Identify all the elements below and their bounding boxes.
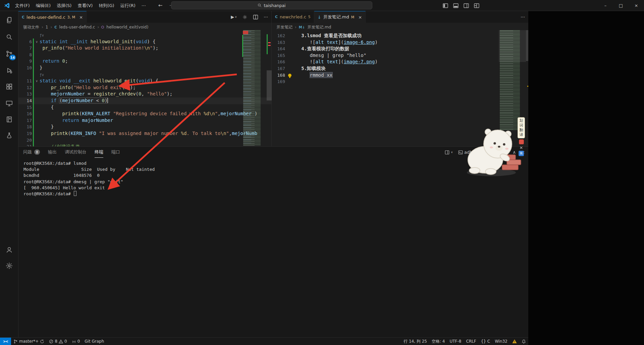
code-line[interactable]: 165 dmesg | grep "hello" [272, 52, 528, 59]
toggle-panel-icon[interactable] [453, 3, 459, 8]
panel-tab-output[interactable]: 输出 [48, 147, 57, 158]
code-line[interactable]: 11∨static void __exit helloworld_exit(vo… [18, 78, 271, 84]
menu-view[interactable]: 查看(V) [74, 0, 96, 11]
window-close-button[interactable]: × [629, 0, 644, 11]
git-graph-button[interactable]: Git Graph [82, 338, 106, 345]
bell-icon[interactable] [519, 338, 528, 345]
eol-setting[interactable]: CRLF [464, 338, 478, 345]
window-maximize-button[interactable]: □ [613, 0, 629, 11]
code-line[interactable]: 169 [272, 78, 528, 85]
code-editor-left[interactable]: ƒ∨6∨static int __init helloworld_init(vo… [18, 32, 271, 146]
code-line[interactable]: 12 pr_info("Hello world exit\n"); [18, 84, 271, 91]
code-line[interactable]: 20 [18, 137, 271, 144]
source-control-icon[interactable]: 14 [0, 46, 18, 61]
cursor-position[interactable]: 行 14, 列 25 [401, 338, 429, 345]
panel-tab-debug-console[interactable]: 调试控制台 [65, 147, 87, 158]
toggle-sidebar-icon[interactable] [443, 3, 448, 8]
code-line[interactable]: 14 if (mejorNumber < 0) [18, 97, 271, 104]
search-icon[interactable] [0, 29, 18, 45]
translate-widget-label[interactable]: 划 词 翻 译 [518, 117, 525, 138]
code-editor-right[interactable]: 162 3.lsmod 查看是否加载成功163 ![alt text](imag… [272, 32, 528, 146]
tab-leds-user-defind[interactable]: C leds-user-defind.c 3, M × [18, 11, 87, 23]
menu-run[interactable]: 运行(R) [117, 0, 139, 11]
extensions-icon[interactable] [0, 79, 18, 94]
code-line[interactable]: 18 } [18, 124, 271, 130]
breadcrumb-symbol[interactable]: helloworld_exit(void) [106, 25, 148, 29]
warning-notification-icon[interactable] [510, 338, 519, 345]
account-icon[interactable] [0, 242, 18, 257]
tab-dev-notes[interactable]: ↓ 开发笔记.md M × [314, 11, 366, 23]
terminal-output[interactable]: root@RK356X:/data# lsmodModule Size Used… [23, 160, 155, 197]
code-line[interactable]: 13 mejornNumber = register_chrdev(0, "he… [18, 91, 271, 97]
cpp-config[interactable]: Win32 [492, 338, 510, 345]
remote-indicator[interactable]: >< [0, 338, 11, 345]
menu-goto[interactable]: 转到(G) [96, 0, 117, 11]
indent-setting[interactable]: 空格: 4 [429, 338, 447, 345]
code-line[interactable]: ƒ∨ [18, 71, 271, 78]
panel-tab-ports[interactable]: 端口 [111, 147, 120, 158]
code-line[interactable]: 17 return majorNumber [18, 117, 271, 124]
panel-tab-terminal[interactable]: 终端 [95, 147, 103, 158]
run-c-file-button[interactable]: ▶∨ [231, 14, 237, 19]
run-settings-gear-icon[interactable] [242, 14, 248, 20]
code-line[interactable]: 8 [18, 52, 271, 58]
translate-widget[interactable]: 划 词 翻 译 × 英 [517, 117, 526, 156]
breadcrumb-folder[interactable]: 开发笔记 [276, 24, 292, 30]
code-line[interactable]: 166 ![alt text](image-7.png) [272, 59, 528, 65]
more-actions-icon[interactable]: ⋯ [264, 14, 268, 19]
menu-selection[interactable]: 选择(S) [54, 0, 74, 11]
code-line[interactable]: 164 4.查看模块打印的数据 [272, 46, 528, 52]
kill-terminal-icon[interactable] [478, 150, 483, 155]
breadcrumb-folder[interactable]: 1 [46, 25, 48, 29]
problems-status[interactable]: 8 0 [47, 338, 69, 345]
code-line[interactable]: 10} [18, 65, 271, 71]
panel-tab-problems[interactable]: 问题 8 [23, 147, 40, 158]
toggle-secondary-sidebar-icon[interactable] [464, 3, 469, 8]
code-line[interactable]: 168 rmmod xx [272, 72, 528, 79]
code-line[interactable]: 9 return 0; [18, 58, 271, 65]
code-line[interactable]: 7 pr_info("Hello world initialization!\n… [18, 45, 271, 52]
nav-back-icon[interactable]: ← [158, 2, 163, 8]
code-line[interactable]: 15 { [18, 104, 271, 111]
menu-file[interactable]: 文件(F) [12, 0, 33, 11]
notebook-icon[interactable] [0, 112, 18, 127]
settings-gear-icon[interactable] [0, 258, 18, 273]
breadcrumb-file[interactable]: leds-user-defind.c [59, 25, 95, 29]
customize-layout-icon[interactable] [474, 3, 479, 8]
run-and-debug-icon[interactable] [0, 63, 18, 78]
code-line[interactable]: 16 printk(KERN_ALERT "Registering device… [18, 111, 271, 117]
tab-close-icon[interactable]: × [79, 15, 83, 20]
minimap-left[interactable] [242, 30, 267, 146]
breadcrumb-folder[interactable]: 驱动文件 [23, 24, 39, 30]
terminal-tab-adb[interactable]: adb [458, 150, 472, 155]
code-line[interactable]: 167 5.卸载模块 [272, 65, 528, 72]
breadcrumb[interactable]: 驱动文件› 1› C leds-user-defind.c› helloworl… [23, 23, 148, 31]
maximize-panel-icon[interactable]: ∧ [513, 150, 516, 155]
more-actions-icon[interactable]: ⋯ [521, 14, 525, 19]
scrollbar-thumb[interactable] [267, 70, 272, 100]
window-minimize-button[interactable]: – [598, 0, 613, 11]
tab-newchrled[interactable]: C newchrled.c 5 [272, 11, 314, 23]
code-line[interactable]: 21 //创建设备类 [18, 143, 271, 146]
translate-close-icon[interactable]: × [520, 145, 523, 150]
encoding-setting[interactable]: UTF-8 [447, 338, 464, 345]
menu-overflow[interactable]: ⋯ [139, 0, 150, 11]
code-line[interactable]: 6∨static int __init helloworld_init(void… [18, 39, 271, 45]
code-line[interactable]: ƒ∨ [18, 32, 271, 39]
tab-close-icon[interactable]: × [358, 15, 362, 20]
code-line[interactable]: 163 ![alt text](image-6.png) [272, 39, 528, 46]
menu-edit[interactable]: 编辑(E) [33, 0, 54, 11]
translate-language-badge[interactable]: 英 [519, 151, 524, 156]
explorer-icon[interactable] [0, 12, 18, 28]
breadcrumb[interactable]: 开发笔记› M↓ 开发笔记.md [276, 23, 331, 31]
code-line[interactable]: 162 3.lsmod 查看是否加载成功 [272, 32, 528, 39]
remote-explorer-icon[interactable] [0, 95, 18, 111]
breadcrumb-file[interactable]: 开发笔记.md [307, 24, 331, 30]
translate-app-icon[interactable] [519, 139, 524, 144]
ports-status[interactable]: 0 [69, 338, 83, 345]
command-center-search[interactable]: taishanpai [171, 1, 372, 9]
test-flask-icon[interactable] [0, 128, 18, 143]
git-branch-status[interactable]: master*+ [11, 338, 47, 345]
split-editor-icon[interactable] [253, 14, 258, 20]
code-line[interactable]: 19 printk(KERN_INFO "I was assigned majo… [18, 130, 271, 137]
